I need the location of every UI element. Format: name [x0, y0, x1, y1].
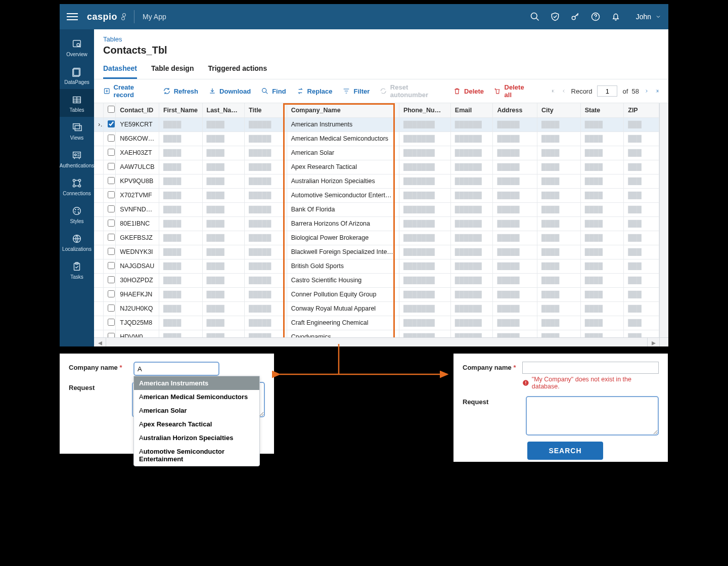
autocomplete-option[interactable]: American Instruments — [134, 376, 259, 390]
sidenav: Overview DataPages Tables Views Authenti… — [60, 29, 94, 346]
table-row[interactable]: TJQD25M8█████████████Craft Engineering C… — [94, 316, 668, 330]
table-row[interactable]: NJ2UH0KQ█████████████Conway Royal Mutual… — [94, 301, 668, 316]
row-checkbox[interactable] — [108, 276, 115, 283]
replace-button[interactable]: Replace — [296, 87, 333, 95]
select-all-checkbox[interactable] — [108, 106, 115, 113]
sidenav-item-tasks[interactable]: Tasks — [60, 256, 94, 284]
row-checkbox[interactable] — [108, 248, 115, 255]
validation-error-form: Company name * "My Company" does not exi… — [453, 353, 668, 462]
col-last-name[interactable]: Last_Name — [202, 103, 245, 117]
table-row[interactable]: GKEFBSJZ█████████████Biological Power Br… — [94, 231, 668, 245]
sidenav-item-styles[interactable]: Styles — [60, 200, 94, 228]
table-row[interactable]: KPV9QU8B█████████████Australian Horizon … — [94, 174, 668, 188]
download-button[interactable]: Download — [208, 87, 251, 95]
row-checkbox[interactable] — [108, 290, 115, 297]
svg-rect-28 — [525, 384, 526, 384]
row-checkbox[interactable] — [108, 120, 115, 127]
table-row[interactable]: N6GKOW4L█████████████American Medical Se… — [94, 132, 668, 146]
data-grid[interactable]: Contact_ID First_Name Last_Name Title Co… — [94, 103, 668, 346]
col-address[interactable]: Address — [493, 103, 537, 117]
autocomplete-option[interactable]: Apex Research Tactical — [134, 417, 259, 431]
tab-datasheet[interactable]: Datasheet — [103, 61, 137, 79]
sidenav-item-datapages[interactable]: DataPages — [60, 61, 94, 89]
table-row[interactable]: XAEH03ZT█████████████American Solar█████… — [94, 146, 668, 160]
vertical-scrollbar[interactable] — [659, 103, 668, 337]
table-row[interactable]: AAW7ULCB█████████████Apex Research Tacti… — [94, 160, 668, 174]
autocomplete-option[interactable]: American Medical Semiconductors — [134, 390, 259, 404]
tab-triggered-actions[interactable]: Triggered actions — [208, 61, 267, 79]
find-button[interactable]: Find — [261, 87, 286, 95]
row-checkbox[interactable] — [108, 319, 115, 326]
svg-point-16 — [78, 185, 80, 187]
row-checkbox[interactable] — [108, 234, 115, 241]
table-row[interactable]: 9HAEFKJN█████████████Conner Pollution Eq… — [94, 287, 668, 301]
sidenav-item-authentications[interactable]: Authentications — [60, 145, 94, 172]
company-name-cell: Barrera Horizons Of Arizona — [287, 216, 399, 231]
table-row[interactable]: 80E1IBNC█████████████Barrera Horizons Of… — [94, 216, 668, 231]
pager-last-icon[interactable] — [654, 89, 659, 94]
help-icon[interactable] — [590, 12, 601, 22]
col-title[interactable]: Title — [245, 103, 287, 117]
autocomplete-option[interactable]: Australian Horizon Specialties — [134, 431, 259, 445]
table-row[interactable]: ›YE59KCRT█████████████American Instrumen… — [94, 117, 668, 132]
row-checkbox[interactable] — [108, 262, 115, 269]
row-checkbox[interactable] — [108, 163, 115, 170]
col-first-name[interactable]: First_Name — [159, 103, 202, 117]
autocomplete-option[interactable]: American Solar — [134, 404, 259, 417]
company-name-input[interactable] — [133, 362, 219, 376]
sidenav-item-tables[interactable]: Tables — [60, 89, 94, 117]
key-icon[interactable] — [570, 12, 580, 22]
pager-prev-icon[interactable] — [561, 89, 566, 94]
hamburger-icon[interactable] — [67, 13, 78, 20]
pager-next-icon[interactable] — [644, 89, 649, 94]
app-name[interactable]: My App — [143, 13, 166, 21]
bell-icon[interactable] — [611, 12, 621, 22]
autocomplete-option[interactable]: Automotive Semiconductor Entertainment — [134, 445, 259, 466]
table-row[interactable]: WEDNYK3I█████████████Blackwell Foreign S… — [94, 245, 668, 259]
sidenav-item-overview[interactable]: Overview — [60, 33, 94, 61]
filter-button[interactable]: Filter — [342, 87, 370, 95]
company-name-input-error[interactable] — [522, 362, 659, 374]
col-email[interactable]: Email — [450, 103, 493, 117]
company-name-cell: Apex Research Tactical — [287, 160, 399, 174]
user-menu[interactable]: John — [636, 13, 661, 21]
row-checkbox[interactable] — [108, 304, 115, 312]
pager-record-input[interactable] — [597, 85, 617, 97]
pager-first-icon[interactable] — [551, 89, 556, 94]
table-row[interactable]: X702TVMF█████████████Automotive Semicond… — [94, 188, 668, 202]
sidenav-item-views[interactable]: Views — [60, 117, 94, 145]
row-checkbox[interactable] — [108, 149, 115, 156]
create-record-button[interactable]: Create record — [103, 83, 153, 99]
col-zip[interactable]: ZIP — [624, 103, 659, 117]
delete-all-button[interactable]: Delete all — [494, 83, 530, 99]
table-row[interactable]: NAJGDSAU█████████████British Gold Sports… — [94, 259, 668, 273]
table-row[interactable]: SVNFNDPQ█████████████Bank Of Florida████… — [94, 202, 668, 216]
row-checkbox[interactable] — [108, 220, 115, 227]
delete-button[interactable]: Delete — [453, 87, 484, 95]
table-row[interactable]: 30HOZPDZ█████████████Castro Scientific H… — [94, 273, 668, 287]
request-textarea-error[interactable] — [526, 396, 659, 436]
row-checkbox[interactable] — [108, 205, 115, 212]
horizontal-scrollbar[interactable]: ◂ ▸ — [94, 337, 668, 346]
row-checkbox[interactable] — [108, 191, 115, 198]
col-phone[interactable]: Phone_Number — [399, 103, 450, 117]
app-window: caspio My App John Overview DataPages Ta… — [59, 4, 669, 347]
company-name-cell: British Gold Sports — [287, 259, 399, 273]
search-button-error[interactable]: SEARCH — [527, 442, 603, 460]
row-checkbox[interactable] — [108, 177, 115, 184]
col-state[interactable]: State — [580, 103, 624, 117]
col-city[interactable]: City — [537, 103, 581, 117]
svg-point-17 — [73, 207, 81, 215]
sidenav-item-localizations[interactable]: Localizations — [60, 228, 94, 256]
col-company-name[interactable]: Company_Name — [287, 103, 399, 117]
refresh-button[interactable]: Refresh — [163, 87, 198, 95]
tab-table-design[interactable]: Table design — [151, 61, 194, 79]
row-checkbox[interactable] — [108, 135, 115, 142]
sidenav-item-connections[interactable]: Connections — [60, 172, 94, 200]
search-icon[interactable] — [530, 12, 540, 22]
breadcrumb-link[interactable]: Tables — [103, 35, 122, 43]
shield-check-icon[interactable] — [550, 12, 560, 22]
svg-point-3 — [595, 19, 596, 19]
pager-total: of 58 — [622, 88, 639, 95]
col-contact-id[interactable]: Contact_ID — [116, 103, 159, 117]
